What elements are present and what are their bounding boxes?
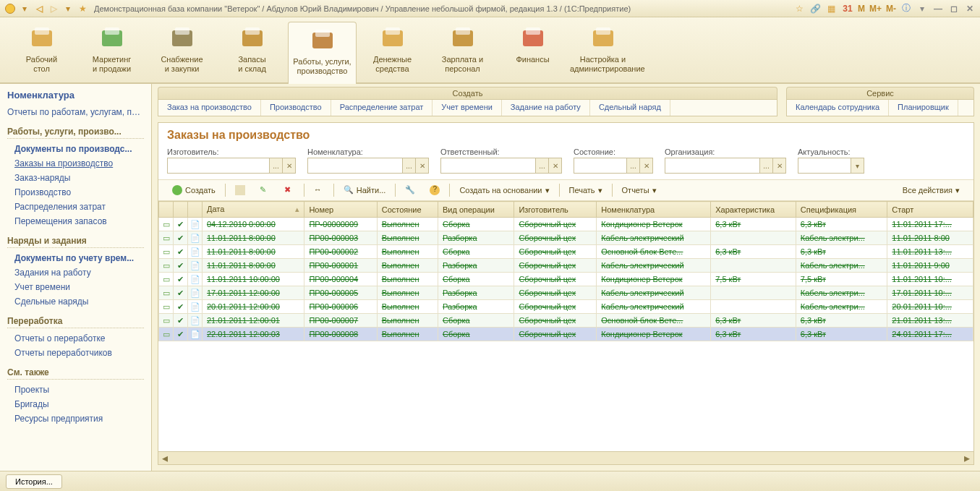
maximize-button[interactable]: ◻	[948, 3, 960, 14]
filter-input[interactable]	[665, 158, 759, 173]
clear-icon[interactable]: ✕	[639, 158, 652, 173]
filter-input[interactable]	[168, 158, 269, 173]
table-row[interactable]: ▭✔📄17.01.2011 12:00:00ПР00-000005Выполне…	[159, 286, 973, 300]
edit-button[interactable]: ✎	[255, 183, 275, 197]
group-tab[interactable]: Сдельный наряд	[590, 100, 670, 116]
sidebar-reports-link[interactable]: Отчеты по работам, услугам, про...	[7, 105, 144, 119]
table-row[interactable]: ▭✔📄11.01.2011 8:00:00ПР00-000003Выполнен…	[159, 231, 973, 245]
ribbon-section-5[interactable]: Денежныесредства	[358, 20, 427, 82]
create-button[interactable]: Создать	[167, 183, 221, 197]
info-dropdown-icon[interactable]: ▾	[916, 3, 928, 14]
group-tab[interactable]: Производство	[261, 100, 331, 116]
sidebar-item[interactable]: Отчеты переработчиков	[7, 346, 144, 360]
sidebar-item[interactable]: Сдельные наряды	[7, 294, 144, 309]
ribbon-section-1[interactable]: Маркетинги продажи	[77, 20, 146, 82]
ellipsis-icon[interactable]: ...	[402, 158, 415, 173]
nav-dropdown-icon[interactable]: ▾	[62, 3, 74, 14]
sidebar-item[interactable]: Учет времени	[7, 280, 144, 294]
scroll-left-icon[interactable]: ◂	[158, 451, 171, 465]
ellipsis-icon[interactable]: ...	[626, 158, 639, 173]
sidebar-item[interactable]: Производство	[7, 185, 144, 200]
clear-icon[interactable]: ✕	[772, 158, 785, 173]
all-actions-button[interactable]: Все действия ▾	[898, 184, 965, 197]
sidebar-item[interactable]: Документы по производс...	[7, 142, 144, 156]
sidebar-item[interactable]: Задания на работу	[7, 265, 144, 280]
ribbon-section-0[interactable]: Рабочийстол	[7, 20, 76, 82]
refresh-button[interactable]: ↔	[309, 183, 329, 197]
group-tab[interactable]: Распределение затрат	[331, 100, 433, 116]
column-header[interactable]: Состояние	[377, 202, 438, 218]
sidebar-item[interactable]: Проекты	[7, 383, 144, 397]
horizontal-scrollbar[interactable]: ◂ ▸	[158, 451, 973, 464]
ribbon-section-8[interactable]: Настройка иадминистрирование	[568, 20, 637, 82]
group-tab[interactable]: Календарь сотрудника	[787, 100, 889, 116]
scroll-right-icon[interactable]: ▸	[960, 451, 973, 465]
m-plus-button[interactable]: M+	[869, 4, 882, 14]
delete-button[interactable]: ✖	[279, 183, 299, 197]
close-button[interactable]: ✕	[964, 3, 976, 14]
sidebar-item[interactable]: Распределения затрат	[7, 200, 144, 214]
calc-icon[interactable]: ▦	[826, 3, 838, 14]
group-tab[interactable]: Задание на работу	[502, 100, 590, 116]
find-button[interactable]: 🔍Найти...	[338, 183, 391, 197]
link-icon[interactable]: 🔗	[810, 3, 822, 14]
clear-icon[interactable]: ✕	[548, 158, 561, 173]
ribbon-section-7[interactable]: Финансы	[498, 20, 567, 82]
sidebar-item[interactable]: Заказ-наряды	[7, 171, 144, 185]
column-header[interactable]	[159, 202, 174, 218]
ribbon-section-3[interactable]: Запасыи склад	[218, 20, 286, 82]
sidebar-item[interactable]: Бригады	[7, 397, 144, 411]
sidebar-item[interactable]: Перемещения запасов	[7, 214, 144, 229]
column-header[interactable]	[188, 202, 203, 218]
column-header[interactable]: Изготовитель	[514, 202, 597, 218]
table-row[interactable]: ▭✔📄11.01.2011 8:00:00ПР00-000001Выполнен…	[159, 259, 973, 273]
column-header[interactable]: Номер	[304, 202, 377, 218]
history-button[interactable]: История...	[6, 474, 62, 489]
filter-input[interactable]	[798, 158, 851, 173]
table-row[interactable]: ▭✔📄04.12.2010 0:00:00ПР-00000009Выполнен…	[159, 218, 973, 231]
ribbon-section-2[interactable]: Снабжениеи закупки	[148, 20, 216, 82]
filter-input[interactable]	[308, 158, 402, 173]
create-based-button[interactable]: Создать на основании ▾	[454, 184, 554, 197]
favorite-icon[interactable]: ★	[77, 3, 88, 14]
sidebar-item[interactable]: Ресурсы предприятия	[7, 411, 144, 426]
table-row[interactable]: ▭✔📄11.01.2011 8:00:00ПР00-000002Выполнен…	[159, 245, 973, 259]
ellipsis-icon[interactable]: ...	[759, 158, 772, 173]
ellipsis-icon[interactable]: ...	[535, 158, 548, 173]
favorites-icon[interactable]: ☆	[794, 3, 806, 14]
table-row[interactable]: ▭✔📄11.01.2011 10:00:00ПР00-000004Выполне…	[159, 273, 973, 286]
m-minus-button[interactable]: M-	[886, 4, 896, 14]
ribbon-section-4[interactable]: Работы, услуги,производство	[288, 22, 357, 84]
column-header[interactable]	[174, 202, 188, 218]
settings-button[interactable]: 🔧	[400, 183, 420, 197]
ribbon-section-6[interactable]: Зарплата иперсонал	[428, 20, 497, 82]
table-row[interactable]: ▭✔📄22.01.2011 12:00:03ПР00-000008Выполне…	[159, 328, 973, 341]
reports-button[interactable]: Отчеты ▾	[617, 184, 662, 197]
filter-input[interactable]	[574, 158, 626, 173]
sidebar-item[interactable]: Документы по учету врем...	[7, 251, 144, 265]
column-header[interactable]: Характеристика	[711, 202, 796, 218]
group-tab[interactable]: Учет времени	[433, 100, 502, 116]
ellipsis-icon[interactable]: ...	[269, 158, 282, 173]
forward-button[interactable]: ▷	[48, 3, 59, 14]
grid[interactable]: Дата ▴НомерСостояниеВид операцииИзготови…	[158, 201, 973, 451]
column-header[interactable]: Вид операции	[438, 202, 514, 218]
sidebar-item[interactable]: Отчеты о переработке	[7, 331, 144, 346]
minimize-button[interactable]: —	[932, 3, 944, 14]
filter-input[interactable]	[441, 158, 535, 173]
group-tab[interactable]: Планировщик	[889, 100, 958, 116]
info-icon[interactable]: ⓘ	[900, 3, 912, 14]
column-header[interactable]: Номенклатура	[597, 202, 711, 218]
clear-icon[interactable]: ✕	[415, 158, 428, 173]
group-tab[interactable]: Заказ на производство	[158, 100, 261, 116]
clear-icon[interactable]: ✕	[282, 158, 295, 173]
calendar-icon[interactable]: 31	[842, 3, 853, 14]
copy-button[interactable]	[230, 183, 250, 197]
column-header[interactable]: Старт	[887, 202, 973, 218]
column-header[interactable]: Дата ▴	[203, 202, 304, 218]
table-row[interactable]: ▭✔📄21.01.2011 12:00:01ПР00-000007Выполне…	[159, 314, 973, 328]
column-header[interactable]: Спецификация	[796, 202, 887, 218]
back-button[interactable]: ◁	[33, 3, 45, 14]
sidebar-item[interactable]: Заказы на производство	[7, 156, 144, 171]
dropdown-icon[interactable]: ▾	[851, 158, 864, 173]
